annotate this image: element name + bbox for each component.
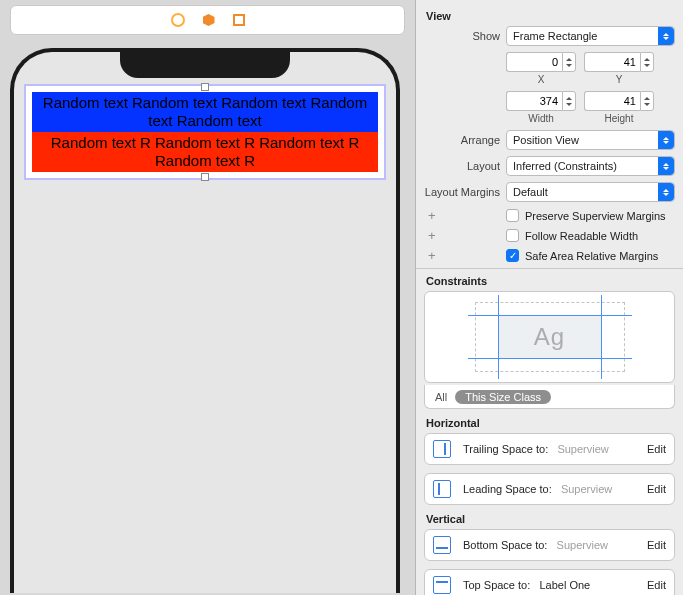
- layout-select[interactable]: Inferred (Constraints): [506, 156, 675, 176]
- follow-readable-label: Follow Readable Width: [525, 230, 638, 242]
- filter-this-size-class[interactable]: This Size Class: [455, 390, 551, 404]
- view-section-title: View: [426, 10, 675, 22]
- x-stepper[interactable]: [562, 52, 576, 72]
- add-margin-button[interactable]: +: [424, 208, 506, 223]
- trailing-constraint-icon: [433, 440, 451, 458]
- show-label: Show: [424, 30, 506, 42]
- edit-constraint-button[interactable]: Edit: [647, 483, 666, 495]
- follow-readable-checkbox[interactable]: [506, 229, 519, 242]
- width-input[interactable]: [506, 91, 562, 111]
- height-input[interactable]: [584, 91, 640, 111]
- selection-handle-top[interactable]: [201, 83, 209, 91]
- edit-constraint-button[interactable]: Edit: [647, 579, 666, 591]
- label-one[interactable]: Random text Random text Random text Rand…: [32, 92, 378, 132]
- constraint-bottom[interactable]: Bottom Space to: Superview Edit: [424, 529, 675, 561]
- device-frame: Random text Random text Random text Rand…: [10, 48, 400, 593]
- width-stepper[interactable]: [562, 91, 576, 111]
- constraint-target: Label One: [539, 579, 590, 591]
- chevron-updown-icon: [658, 27, 674, 45]
- leading-constraint-icon: [433, 480, 451, 498]
- y-sublabel: Y: [616, 74, 623, 85]
- size-class-filter: All This Size Class: [424, 385, 675, 409]
- edit-constraint-button[interactable]: Edit: [647, 443, 666, 455]
- safe-area-checkbox[interactable]: [506, 249, 519, 262]
- y-stepper[interactable]: [640, 52, 654, 72]
- label-two[interactable]: Random text R Random text R Random text …: [32, 132, 378, 172]
- add-margin-button[interactable]: +: [424, 248, 506, 263]
- width-field[interactable]: [506, 91, 576, 111]
- arrange-label: Arrange: [424, 134, 506, 146]
- filter-all[interactable]: All: [435, 391, 447, 403]
- margins-value: Default: [513, 186, 548, 198]
- constraint-text: Bottom Space to:: [463, 539, 547, 551]
- y-input[interactable]: [584, 52, 640, 72]
- show-value: Frame Rectangle: [513, 30, 597, 42]
- constraint-target: Superview: [557, 443, 608, 455]
- constraint-top[interactable]: Top Space to: Label One Edit: [424, 569, 675, 595]
- arrange-value: Position View: [513, 134, 579, 146]
- edit-constraint-button[interactable]: Edit: [647, 539, 666, 551]
- margins-select[interactable]: Default: [506, 182, 675, 202]
- arrange-select[interactable]: Position View: [506, 130, 675, 150]
- height-stepper[interactable]: [640, 91, 654, 111]
- interface-builder-canvas[interactable]: Random text Random text Random text Rand…: [0, 0, 415, 595]
- layout-label: Layout: [424, 160, 506, 172]
- chevron-updown-icon: [658, 183, 674, 201]
- constraint-target: Superview: [561, 483, 612, 495]
- constraint-trailing[interactable]: Trailing Space to: Superview Edit: [424, 433, 675, 465]
- add-margin-button[interactable]: +: [424, 228, 506, 243]
- bottom-constraint-icon: [433, 536, 451, 554]
- x-input[interactable]: [506, 52, 562, 72]
- selection-handle-bottom[interactable]: [201, 173, 209, 181]
- preview-glyph: Ag: [534, 323, 565, 351]
- library-square-icon[interactable]: [233, 14, 245, 26]
- y-field[interactable]: [584, 52, 654, 72]
- size-inspector: View Show Frame Rectangle X: [415, 0, 683, 595]
- constraint-text: Top Space to:: [463, 579, 530, 591]
- top-constraint-icon: [433, 576, 451, 594]
- selected-stack-view[interactable]: Random text Random text Random text Rand…: [26, 86, 384, 178]
- height-sublabel: Height: [605, 113, 634, 124]
- library-circle-icon[interactable]: [171, 13, 185, 27]
- preserve-superview-checkbox[interactable]: [506, 209, 519, 222]
- height-field[interactable]: [584, 91, 654, 111]
- margins-label: Layout Margins: [424, 186, 506, 198]
- chevron-updown-icon: [658, 157, 674, 175]
- x-field[interactable]: [506, 52, 576, 72]
- device-notch: [120, 50, 290, 78]
- x-sublabel: X: [538, 74, 545, 85]
- safe-area-label: Safe Area Relative Margins: [525, 250, 658, 262]
- vertical-section-title: Vertical: [426, 513, 675, 525]
- constraints-section-title: Constraints: [426, 275, 675, 287]
- chevron-updown-icon: [658, 131, 674, 149]
- width-sublabel: Width: [528, 113, 554, 124]
- constraint-text: Leading Space to:: [463, 483, 552, 495]
- preserve-superview-label: Preserve Superview Margins: [525, 210, 666, 222]
- library-cube-icon[interactable]: [203, 14, 215, 26]
- horizontal-section-title: Horizontal: [426, 417, 675, 429]
- constraints-preview[interactable]: Ag: [424, 291, 675, 383]
- layout-value: Inferred (Constraints): [513, 160, 617, 172]
- constraint-target: Superview: [557, 539, 608, 551]
- constraint-text: Trailing Space to:: [463, 443, 548, 455]
- canvas-toolbar: [10, 5, 405, 35]
- show-select[interactable]: Frame Rectangle: [506, 26, 675, 46]
- constraint-leading[interactable]: Leading Space to: Superview Edit: [424, 473, 675, 505]
